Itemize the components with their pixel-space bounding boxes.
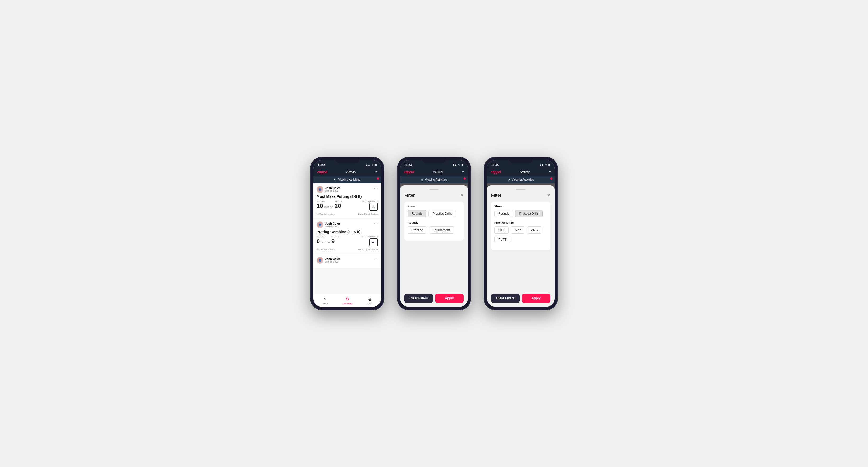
practice-btn-0[interactable]: OTT <box>494 226 508 234</box>
wifi-icon: ∿ <box>458 163 460 166</box>
app-header: clippd Activity ≡ <box>487 168 555 176</box>
filter-close-icon[interactable]: ✕ <box>547 193 550 198</box>
apply-button[interactable]: Apply <box>522 294 550 303</box>
viewing-bar[interactable]: ⚙ Viewing Activities <box>313 176 381 183</box>
signal-icon: ▲▲ <box>539 163 544 166</box>
filter-close-icon[interactable]: ✕ <box>460 193 464 198</box>
show-btn-1[interactable]: Practice Drills <box>429 210 456 217</box>
practice-btn-3[interactable]: PUTT <box>494 236 510 243</box>
practice-btn-1[interactable]: APP <box>511 226 525 234</box>
activity-feed: 👤 Josh Coles 28 Feb 2023 ··· Must Make P… <box>313 183 381 295</box>
logo: clippd <box>317 170 327 174</box>
show-label: Show <box>408 205 460 208</box>
stats-row: Score 0 OUT OF Shots 9 Shot Quality <box>317 236 378 246</box>
user-details: Josh Coles 28 Feb 2023 <box>325 186 341 192</box>
avatar-inner: 👤 <box>317 222 323 228</box>
more-options-icon[interactable]: ··· <box>374 221 378 225</box>
clear-filters-button[interactable]: Clear Filters <box>404 294 433 303</box>
filter-actions: Clear Filters Apply <box>404 294 464 303</box>
rounds-label: Rounds <box>408 221 460 224</box>
score-label: Score <box>317 200 333 203</box>
show-btn-1[interactable]: Practice Drills <box>515 210 542 217</box>
signal-icon: ▲▲ <box>366 163 370 166</box>
activity-card-2[interactable]: 👤 Josh Coles 28 Feb 2023 ··· <box>313 254 381 268</box>
menu-icon[interactable]: ≡ <box>549 170 551 174</box>
viewing-settings-icon: ⚙ <box>334 178 336 181</box>
status-time: 11:33 <box>404 163 412 166</box>
user-name: Josh Coles <box>325 186 341 190</box>
viewing-bar[interactable]: ⚙ Viewing Activities <box>400 176 468 183</box>
shots-label: Shots <box>335 200 342 203</box>
shots-label: Shots <box>331 236 339 238</box>
wifi-icon: ∿ <box>545 163 547 166</box>
filter-header: Filter ✕ <box>404 193 464 198</box>
more-options-icon[interactable]: ··· <box>374 257 378 261</box>
practice-drills-label: Practice Drills <box>494 221 547 224</box>
viewing-bar-dot <box>377 178 379 180</box>
score-label: Score <box>317 236 330 238</box>
activity-card-1[interactable]: 👤 Josh Coles 28 Feb 2023 ··· Putting Com… <box>313 219 381 254</box>
user-details: Josh Coles 28 Feb 2023 <box>325 257 341 263</box>
user-info: 👤 Josh Coles 28 Feb 2023 <box>317 221 341 228</box>
viewing-bar-dot <box>464 178 466 180</box>
user-name: Josh Coles <box>325 222 341 225</box>
shot-quality-value: 75 <box>369 203 378 211</box>
score-group: Score 0 OUT OF <box>317 236 330 245</box>
filter-handle <box>516 189 526 190</box>
phone-1: 11:33 ▲▲ ∿ ▣ clippd Activity ≡ ⚙ Viewing… <box>310 157 384 310</box>
practice-btn-2[interactable]: ARG <box>527 226 542 234</box>
battery-icon: ▣ <box>461 163 464 166</box>
header-title: Activity <box>433 170 443 174</box>
show-label: Show <box>494 205 547 208</box>
shot-quality-group: Shot Quality 45 <box>362 236 378 246</box>
round-btn-1[interactable]: Tournament <box>429 226 454 234</box>
phones-container: 11:33 ▲▲ ∿ ▣ clippd Activity ≡ ⚙ Viewing… <box>310 157 558 310</box>
card-header: 👤 Josh Coles 28 Feb 2023 ··· <box>317 257 378 263</box>
card-header: 👤 Josh Coles 28 Feb 2023 ··· <box>317 186 378 193</box>
user-name: Josh Coles <box>325 257 341 260</box>
test-info: ⓘ Test Information <box>317 248 335 251</box>
viewing-bar-text: Viewing Activities <box>338 178 360 181</box>
phone-screen: 11:33 ▲▲ ∿ ▣ clippd Activity ≡ ⚙ Viewing… <box>313 160 381 307</box>
card-footer: ⓘ Test Information Data: Clippd Capture <box>317 248 378 251</box>
user-date: 28 Feb 2023 <box>325 260 341 263</box>
clear-filters-button[interactable]: Clear Filters <box>491 294 520 303</box>
show-buttons: RoundsPractice Drills <box>494 210 547 217</box>
logo: clippd <box>491 170 501 174</box>
show-btn-0[interactable]: Rounds <box>494 210 513 217</box>
wifi-icon: ∿ <box>371 163 373 166</box>
menu-icon[interactable]: ≡ <box>375 170 377 174</box>
more-options-icon[interactable]: ··· <box>374 186 378 190</box>
filter-header: Filter ✕ <box>491 193 550 198</box>
filter-title: Filter <box>491 193 501 198</box>
avatar: 👤 <box>317 221 323 228</box>
score-value: 10 <box>317 203 323 210</box>
user-date: 28 Feb 2023 <box>325 190 341 192</box>
logo: clippd <box>404 170 414 174</box>
stats-row: Score 10 OUT OF Shots 20 Shot Quality <box>317 200 378 211</box>
nav-item-home[interactable]: ⌂ Home <box>313 297 336 305</box>
apply-button[interactable]: Apply <box>435 294 464 303</box>
activity-card-0[interactable]: 👤 Josh Coles 28 Feb 2023 ··· Must Make P… <box>313 183 381 218</box>
viewing-bar-text: Viewing Activities <box>425 178 447 181</box>
show-btn-0[interactable]: Rounds <box>408 210 426 217</box>
shots-value: 20 <box>335 203 341 209</box>
signal-icon: ▲▲ <box>452 163 457 166</box>
nav-item-capture[interactable]: ⊕ Capture <box>359 297 381 305</box>
status-time: 11:33 <box>491 163 499 166</box>
filter-title: Filter <box>404 193 415 198</box>
score-value: 0 <box>317 238 320 245</box>
filter-handle <box>429 189 439 190</box>
round-btn-0[interactable]: Practice <box>408 226 427 234</box>
viewing-bar-text: Viewing Activities <box>512 178 534 181</box>
app-header: clippd Activity ≡ <box>400 168 468 176</box>
shot-quality-label: Shot Quality <box>362 200 378 203</box>
nav-item-activities[interactable]: ♻ Activities <box>336 297 359 305</box>
menu-icon[interactable]: ≡ <box>462 170 464 174</box>
viewing-settings-icon: ⚙ <box>507 178 510 181</box>
shot-quality-label: Shot Quality <box>362 236 378 238</box>
status-time: 11:33 <box>318 163 325 166</box>
viewing-bar[interactable]: ⚙ Viewing Activities <box>487 176 555 183</box>
shot-quality-group: Shot Quality 75 <box>362 200 378 211</box>
user-details: Josh Coles 28 Feb 2023 <box>325 222 341 228</box>
